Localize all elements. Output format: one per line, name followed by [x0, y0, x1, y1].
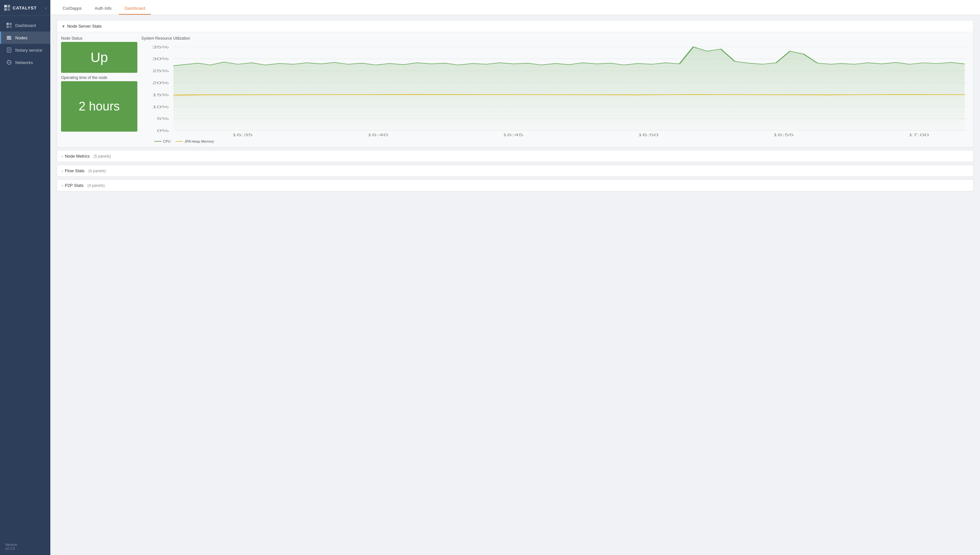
notary-icon — [6, 47, 12, 53]
node-server-stats-title: Node Server Stats — [67, 24, 102, 29]
svg-rect-5 — [10, 23, 12, 25]
chevron-right-icon: › — [62, 154, 63, 158]
svg-rect-10 — [7, 38, 11, 40]
legend-cpu: CPU — [154, 140, 171, 143]
cpu-legend-label: CPU — [163, 140, 171, 143]
sidebar: CATALYST ‹ Dashboard Nodes — [0, 0, 50, 555]
svg-rect-7 — [10, 26, 12, 28]
svg-rect-0 — [4, 5, 7, 8]
svg-text:35%: 35% — [152, 45, 169, 49]
node-metrics-panels-count: (5 panels) — [94, 154, 111, 159]
sidebar-nav: Dashboard Nodes Notary service — [0, 16, 50, 538]
cpu-legend-line — [154, 141, 161, 142]
sidebar-collapse-button[interactable]: ‹ — [45, 5, 46, 10]
svg-text:15%: 15% — [152, 93, 169, 97]
p2p-stats-title: P2P Stats — [65, 183, 84, 188]
jpa-legend-line — [176, 141, 183, 142]
sidebar-item-networks[interactable]: Networks — [0, 56, 50, 69]
resource-utilization-chart: 35% 30% 25% 20% 15% 10% 5% — [141, 43, 969, 138]
sidebar-logo: CATALYST — [4, 5, 37, 11]
nodes-icon — [6, 35, 12, 41]
chevron-down-icon: ▼ — [62, 24, 65, 28]
svg-point-12 — [10, 37, 11, 38]
dashboard-icon — [6, 22, 12, 28]
svg-text:0%: 0% — [157, 129, 169, 133]
svg-rect-6 — [6, 26, 9, 28]
app-title: CATALYST — [13, 5, 37, 10]
node-metrics-section: › Node Metrics (5 panels) — [57, 150, 974, 162]
legend-jpa: JPA Heap Memory — [176, 140, 214, 143]
svg-text:5%: 5% — [157, 117, 169, 120]
sidebar-item-dashboard[interactable]: Dashboard — [0, 19, 50, 32]
chevron-right-icon-flow: › — [62, 169, 63, 173]
networks-icon — [6, 59, 12, 65]
flow-stats-title: Flow Stats — [65, 168, 85, 173]
jpa-legend-label: JPA Heap Memory — [184, 140, 214, 143]
sidebar-item-networks-label: Networks — [15, 60, 33, 65]
chevron-right-icon-p2p: › — [62, 184, 63, 188]
node-status-value: Up — [61, 42, 137, 73]
sidebar-item-notary-label: Notary service — [15, 48, 42, 53]
node-status-label: Node Status — [61, 36, 137, 41]
svg-text:16:45: 16:45 — [503, 133, 523, 136]
sidebar-header: CATALYST ‹ — [0, 0, 50, 16]
flow-stats-header[interactable]: › Flow Stats (4 panels) — [57, 165, 973, 176]
version-value: v2.2.0 — [5, 547, 45, 550]
svg-rect-2 — [4, 8, 7, 11]
chart-column: System Resource Utilization 35% 30% 25% … — [141, 36, 969, 143]
node-server-stats-header[interactable]: ▼ Node Server Stats — [57, 21, 973, 32]
top-tabs: CorDapps Auth Info Dashboard — [50, 0, 980, 15]
p2p-stats-panels-count: (4 panels) — [87, 183, 105, 188]
svg-text:16:40: 16:40 — [367, 133, 388, 136]
tab-cordapps[interactable]: CorDapps — [57, 2, 88, 14]
chart-title: System Resource Utilization — [141, 36, 969, 41]
node-metrics-title: Node Metrics — [65, 154, 90, 159]
svg-point-11 — [10, 36, 11, 37]
sidebar-item-dashboard-label: Dashboard — [15, 23, 36, 28]
node-server-stats-section: ▼ Node Server Stats Node Status Up Opera… — [57, 20, 974, 148]
flow-stats-panels-count: (4 panels) — [88, 168, 106, 173]
svg-rect-3 — [8, 8, 10, 11]
sidebar-footer: Version v2.2.0 — [0, 538, 50, 555]
sidebar-item-nodes-label: Nodes — [15, 35, 27, 40]
sidebar-item-notary[interactable]: Notary service — [0, 44, 50, 56]
dashboard-content: ▼ Node Server Stats Node Status Up Opera… — [50, 15, 980, 555]
main-content: CorDapps Auth Info Dashboard ▼ Node Serv… — [50, 0, 980, 555]
svg-text:10%: 10% — [152, 105, 169, 109]
p2p-stats-section: › P2P Stats (4 panels) — [57, 180, 974, 191]
node-status-column: Node Status Up Operating time of the nod… — [61, 36, 137, 132]
svg-rect-1 — [8, 5, 10, 8]
svg-text:16:55: 16:55 — [773, 133, 794, 136]
svg-text:20%: 20% — [152, 81, 169, 85]
p2p-stats-header[interactable]: › P2P Stats (4 panels) — [57, 180, 973, 191]
node-server-stats-body: Node Status Up Operating time of the nod… — [57, 32, 973, 147]
flow-stats-section: › Flow Stats (4 panels) — [57, 165, 974, 177]
catalyst-logo-icon — [4, 5, 10, 11]
operating-time-value: 2 hours — [61, 81, 137, 132]
svg-text:16:50: 16:50 — [638, 133, 659, 136]
version-label: Version — [5, 543, 45, 547]
tab-authinfo[interactable]: Auth Info — [89, 2, 118, 14]
svg-text:25%: 25% — [152, 69, 169, 73]
node-metrics-header[interactable]: › Node Metrics (5 panels) — [57, 151, 973, 162]
chart-container: 35% 30% 25% 20% 15% 10% 5% — [141, 43, 969, 138]
svg-text:17:00: 17:00 — [908, 133, 929, 136]
svg-text:16:35: 16:35 — [232, 133, 253, 136]
operating-time-label: Operating time of the node — [61, 75, 137, 80]
sidebar-item-nodes[interactable]: Nodes — [0, 32, 50, 44]
tab-dashboard[interactable]: Dashboard — [119, 2, 151, 14]
svg-text:30%: 30% — [152, 57, 169, 61]
chart-legend: CPU JPA Heap Memory — [141, 140, 969, 143]
svg-rect-4 — [6, 23, 9, 25]
